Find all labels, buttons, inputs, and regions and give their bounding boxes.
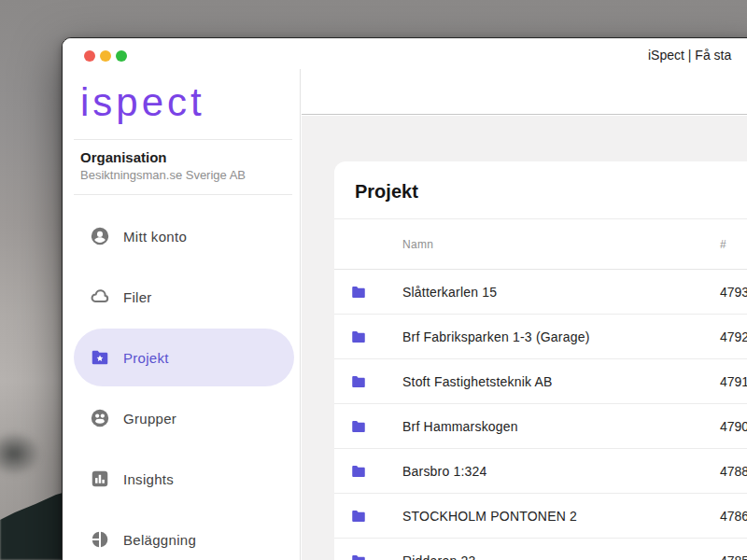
project-number: 4792	[720, 329, 747, 344]
folder-icon	[349, 508, 368, 525]
pie-chart-icon	[90, 529, 110, 550]
column-header-number: #	[720, 238, 726, 251]
folder-icon	[349, 553, 368, 560]
sidebar-item-filer[interactable]: Filer	[74, 268, 294, 326]
project-name: Brf Fabriksparken 1-3 (Garage)	[402, 329, 590, 344]
traffic-lights	[84, 50, 127, 62]
table-header: Namn #	[334, 218, 747, 270]
table-row[interactable]: Stoft Fastighetsteknik AB 4791	[334, 359, 747, 404]
sidebar-item-mitt-konto[interactable]: Mitt konto	[74, 207, 294, 265]
project-name: Barsbro 1:324	[402, 464, 487, 479]
sidebar-item-grupper[interactable]: Grupper	[74, 389, 294, 447]
project-name: Stoft Fastighetsteknik AB	[402, 374, 553, 389]
main-toolbar	[302, 69, 747, 115]
sidebar-item-label: Projekt	[123, 350, 169, 366]
organisation-section: Organisation Besiktningsman.se Sverige A…	[63, 140, 300, 194]
account-circle-icon	[90, 226, 110, 246]
projekt-card: Projekt Namn # Slåtterkarlen 15 4793 B	[334, 161, 747, 560]
project-name: Slåtterkarlen 15	[402, 285, 497, 300]
sidebar-item-label: Insights	[123, 471, 174, 487]
bar-chart-icon	[90, 469, 110, 489]
table-body: Slåtterkarlen 15 4793 Brf Fabriksparken …	[334, 270, 747, 560]
sidebar-item-belaggning[interactable]: Beläggning	[74, 511, 294, 560]
table-row[interactable]: STOCKHOLM PONTONEN 2 4786	[334, 494, 747, 539]
main-content: Projekt Namn # Slåtterkarlen 15 4793 B	[302, 116, 747, 560]
organisation-label: Organisation	[80, 149, 290, 165]
groups-icon	[90, 408, 110, 428]
close-button[interactable]	[84, 50, 95, 62]
project-name: STOCKHOLM PONTONEN 2	[402, 509, 577, 524]
folder-star-icon	[90, 347, 110, 368]
ispect-logo: ispect	[80, 83, 300, 122]
sidebar-item-projekt[interactable]: Projekt	[74, 329, 294, 386]
project-number: 4791	[720, 374, 747, 389]
folder-icon	[349, 463, 368, 480]
app-window: iSpect | Få sta ispect Organisation Besi…	[62, 37, 747, 560]
sidebar-item-insights[interactable]: Insights	[74, 450, 294, 508]
folder-icon	[349, 373, 368, 390]
organisation-name: Besiktningsman.se Sverige AB	[80, 168, 290, 182]
sidebar-item-label: Beläggning	[123, 532, 196, 548]
folder-icon	[349, 284, 368, 301]
folder-icon	[349, 329, 368, 345]
project-number: 4786	[720, 509, 747, 524]
folder-icon	[349, 418, 368, 435]
project-number: 4790	[720, 419, 747, 434]
project-number: 4788	[720, 464, 747, 479]
project-number: 4785	[720, 553, 747, 560]
project-name: Riddaren 23	[402, 553, 475, 560]
cloud-icon	[90, 287, 110, 307]
sidebar-item-label: Grupper	[123, 411, 176, 427]
table-row[interactable]: Brf Hammarskogen 4790	[334, 404, 747, 449]
column-header-namn: Namn	[402, 238, 433, 251]
table-row[interactable]: Riddaren 23 4785	[334, 539, 747, 560]
minimize-button[interactable]	[100, 50, 111, 62]
sidebar-nav: Mitt konto Filer Projekt Grupper	[63, 195, 300, 560]
sidebar: ispect Organisation Besiktningsman.se Sv…	[63, 69, 301, 560]
sidebar-item-label: Mitt konto	[123, 229, 187, 245]
table-row[interactable]: Slåtterkarlen 15 4793	[334, 270, 747, 315]
table-row[interactable]: Barsbro 1:324 4788	[334, 449, 747, 494]
project-name: Brf Hammarskogen	[402, 419, 518, 434]
zoom-button[interactable]	[116, 50, 127, 62]
window-title: iSpect | Få sta	[648, 48, 731, 63]
page-title: Projekt	[334, 161, 747, 218]
window-titlebar[interactable]: iSpect | Få sta	[63, 38, 747, 69]
sidebar-item-label: Filer	[123, 289, 152, 305]
project-number: 4793	[720, 285, 747, 300]
table-row[interactable]: Brf Fabriksparken 1-3 (Garage) 4792	[334, 315, 747, 359]
